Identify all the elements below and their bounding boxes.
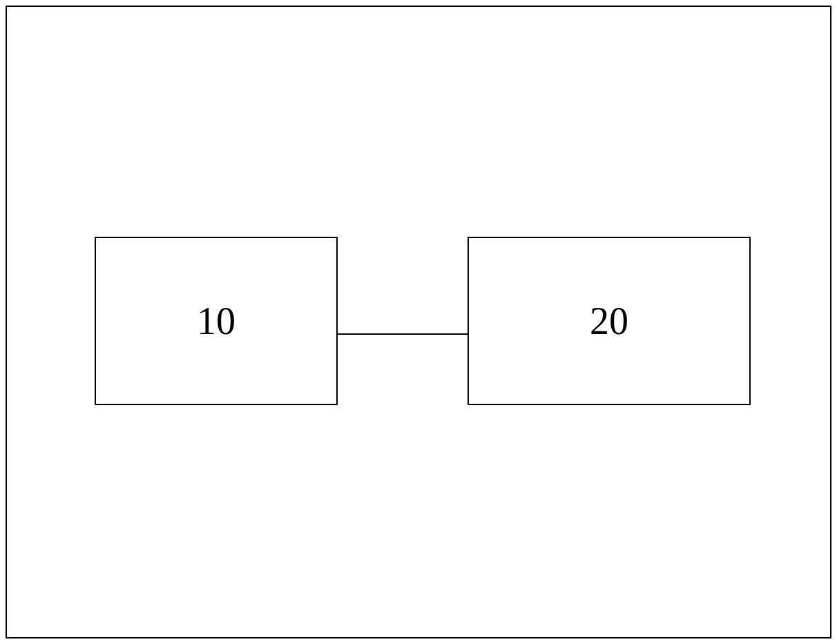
- box-10: 10: [95, 237, 338, 405]
- box-20-label: 20: [590, 299, 628, 343]
- connector-line: [338, 333, 468, 335]
- box-20: 20: [468, 237, 751, 405]
- diagram-frame: 10 20: [6, 6, 831, 638]
- box-10-label: 10: [197, 299, 235, 343]
